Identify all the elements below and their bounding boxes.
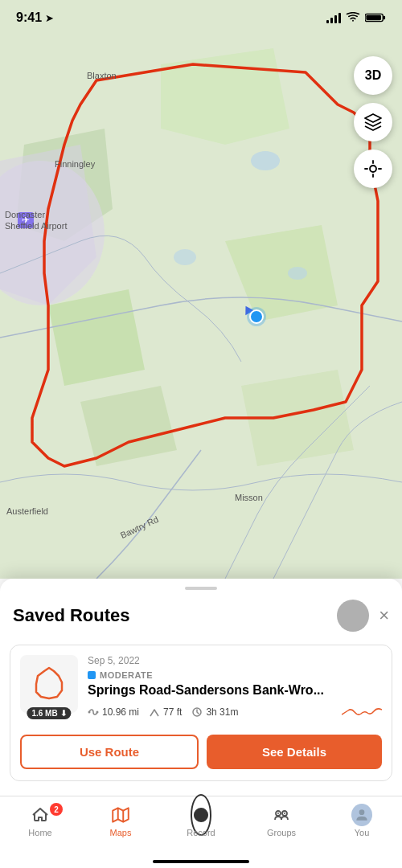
tab-groups-label: Groups [267, 828, 296, 837]
sheet-handle-area[interactable] [0, 579, 402, 593]
map-label-finningley: Finningley [55, 159, 95, 169]
home-tab-icon [30, 805, 51, 825]
route-size-badge: 1.6 MB ⬇ [27, 707, 71, 719]
svg-rect-25 [384, 16, 385, 20]
home-bar [153, 860, 249, 863]
map-label-blaxton: Blaxton [87, 71, 117, 80]
map-controls: 3D [354, 56, 392, 188]
signal-bar-4 [338, 13, 341, 23]
route-shape-icon [27, 661, 72, 706]
groups-tab-icon [271, 805, 292, 825]
maps-icon [110, 805, 131, 825]
layers-icon [363, 113, 383, 132]
signal-bar-2 [330, 18, 333, 23]
map-view[interactable]: ✈ Blaxton Finningley DoncasterSheffield … [0, 0, 402, 579]
svg-rect-26 [366, 15, 381, 21]
battery-icon [365, 12, 386, 23]
route-stats: 10.96 mi 77 ft 3h 31m [88, 702, 382, 722]
location-dot [249, 309, 264, 324]
sheet-handle [185, 587, 217, 590]
tab-you-label: You [355, 828, 370, 837]
svg-marker-3 [161, 48, 289, 145]
svg-marker-4 [48, 289, 145, 386]
tab-you[interactable]: You [322, 805, 402, 837]
map-label-airport: DoncasterSheffield Airport [5, 209, 67, 232]
route-difficulty: MODERATE [88, 670, 153, 680]
svg-point-23 [359, 809, 365, 815]
signal-bar-3 [334, 15, 337, 23]
route-actions: Use Route See Details [10, 731, 392, 780]
home-badge: 2 [50, 803, 63, 816]
status-bar: 9:41 ➤ [0, 0, 402, 35]
svg-point-21 [277, 813, 279, 814]
tab-record-label: Record [187, 828, 215, 837]
btn-layers[interactable] [354, 103, 392, 141]
svg-point-12 [288, 267, 307, 280]
status-right [326, 12, 386, 23]
map-label-austerfield: Austerfield [6, 506, 48, 516]
home-icon [31, 805, 50, 825]
svg-point-10 [251, 151, 280, 170]
you-tab-icon [351, 805, 372, 825]
tab-maps[interactable]: Maps [80, 805, 161, 837]
clock-icon [191, 706, 203, 718]
maps-tab-icon [110, 805, 131, 825]
avatar-icon [354, 807, 370, 823]
distance-icon [88, 706, 99, 718]
route-name: Springs Road-Sandersons Bank-Wro... [88, 683, 382, 698]
difficulty-dot [88, 671, 96, 679]
route-date: Sep 5, 2022 [88, 655, 382, 666]
btn-3d[interactable]: 3D [354, 56, 392, 95]
groups-icon [272, 805, 291, 825]
see-details-button[interactable]: See Details [207, 735, 382, 769]
signal-bar-1 [326, 20, 329, 23]
stat-duration: 3h 31m [191, 706, 238, 718]
svg-point-17 [96, 711, 99, 714]
svg-point-16 [88, 711, 91, 714]
close-button[interactable]: × [379, 607, 389, 624]
difficulty-label: MODERATE [100, 670, 153, 680]
elevation-chart [342, 702, 382, 722]
wifi-icon [346, 12, 360, 23]
route-card-inner: 1.6 MB ⬇ Sep 5, 2022 MODERATE Springs Ro… [10, 645, 392, 731]
status-time: 9:41 [16, 10, 42, 25]
sheet-title: Saved Routes [13, 605, 130, 626]
tab-record[interactable]: Record [161, 805, 241, 837]
sheet-header-actions: × [337, 600, 389, 632]
tab-home-label: Home [28, 828, 51, 837]
use-route-button[interactable]: Use Route [20, 735, 199, 769]
route-card: 1.6 MB ⬇ Sep 5, 2022 MODERATE Springs Ro… [10, 645, 392, 781]
map-label-misson: Misson [235, 493, 263, 502]
elevation-icon [149, 706, 160, 718]
route-info: Sep 5, 2022 MODERATE Springs Road-Sander… [88, 655, 382, 722]
signal-bars [326, 13, 341, 23]
location-indicator: ➤ [45, 12, 54, 24]
file-size: 1.6 MB [31, 709, 57, 718]
location-icon [363, 159, 383, 178]
svg-point-22 [284, 813, 285, 814]
elevation-value: 77 ft [163, 706, 182, 718]
svg-point-15 [370, 166, 376, 172]
tab-home[interactable]: 2 Home [0, 805, 80, 837]
download-icon: ⬇ [60, 709, 67, 718]
status-left: 9:41 ➤ [16, 10, 54, 25]
tab-bar: 2 Home Maps Record [0, 796, 402, 868]
user-avatar [351, 804, 372, 826]
stat-elevation: 77 ft [149, 706, 182, 718]
btn-location[interactable] [354, 149, 392, 188]
record-inner-dot [194, 808, 208, 822]
tab-maps-label: Maps [110, 828, 132, 837]
route-thumbnail: 1.6 MB ⬇ [20, 655, 78, 713]
tab-groups[interactable]: Groups [241, 805, 322, 837]
avatar-circle[interactable] [337, 600, 369, 632]
duration-value: 3h 31m [206, 706, 238, 718]
sheet-header: Saved Routes × [0, 593, 402, 641]
svg-point-11 [174, 249, 196, 265]
distance-value: 10.96 mi [102, 706, 139, 718]
record-tab-icon [191, 805, 211, 825]
stat-distance: 10.96 mi [88, 706, 139, 718]
